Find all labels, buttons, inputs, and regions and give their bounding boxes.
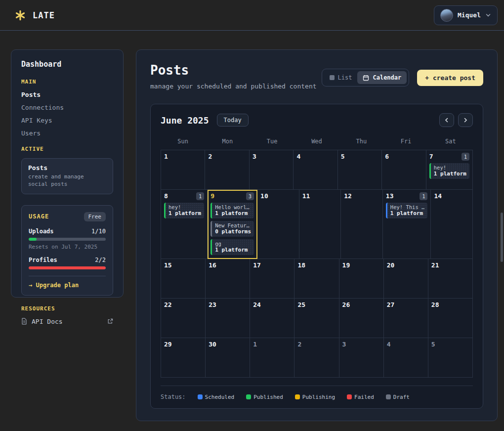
calendar-day-2[interactable]: 2 — [294, 338, 339, 378]
legend-item-label: Failed — [354, 394, 374, 400]
calendar-day-29[interactable]: 29 — [161, 338, 206, 378]
calendar-day-16[interactable]: 16 — [206, 259, 250, 299]
calendar-day-8[interactable]: 81hey!1 platform — [161, 190, 208, 259]
today-button[interactable]: Today — [217, 114, 249, 127]
external-link-icon — [107, 318, 113, 324]
legend-label: Status: — [161, 393, 186, 400]
calendar-day-20[interactable]: 20 — [384, 259, 428, 299]
day-number: 25 — [297, 301, 305, 308]
event-platform-count: 1 platform — [434, 171, 466, 177]
meter-progress-fill — [29, 266, 106, 269]
calendar-day-2[interactable]: 2 — [205, 150, 249, 190]
calendar-day-9[interactable]: 93Hello worl…1 platformNew Featur…0 plat… — [208, 190, 257, 259]
calendar-day-23[interactable]: 23 — [206, 299, 250, 338]
sidebar-item-connections[interactable]: Connections — [21, 104, 113, 111]
document-icon — [21, 318, 27, 325]
event-chip[interactable]: hey!1 platform — [164, 203, 204, 218]
calendar-day-10[interactable]: 10 — [257, 190, 299, 259]
calendar-day-14[interactable]: 14 — [431, 190, 473, 259]
active-section-label: ACTIVE — [21, 146, 113, 152]
calendar-day-12[interactable]: 12 — [341, 190, 383, 259]
calendar-day-30[interactable]: 30 — [206, 338, 250, 378]
chevron-down-icon — [485, 12, 491, 18]
next-month-button[interactable] — [458, 113, 473, 127]
calendar-day-4[interactable]: 4 — [294, 150, 337, 190]
legend-item-label: Publishing — [302, 394, 335, 400]
calendar-day-26[interactable]: 26 — [339, 299, 384, 338]
day-number: 20 — [387, 261, 395, 269]
calendar-day-25[interactable]: 25 — [294, 299, 339, 338]
sidebar-item-users[interactable]: Users — [21, 129, 113, 137]
calendar-day-21[interactable]: 21 — [428, 259, 473, 299]
calendar-day-5[interactable]: 5 — [428, 338, 473, 378]
event-chip[interactable]: gg1 platform — [210, 239, 254, 255]
calendar-day-3[interactable]: 3 — [339, 338, 384, 378]
calendar-day-15[interactable]: 15 — [161, 259, 206, 299]
chevron-right-icon — [462, 117, 468, 123]
legend-item-published: Published — [246, 394, 283, 400]
calendar-day-3[interactable]: 3 — [250, 150, 294, 190]
day-number: 28 — [431, 301, 439, 308]
sidebar: Dashboard MAIN PostsConnectionsAPI KeysU… — [11, 49, 124, 298]
calendar-day-4[interactable]: 4 — [384, 338, 428, 378]
day-number: 2 — [297, 341, 301, 348]
user-menu-button[interactable]: Miquel — [434, 5, 498, 25]
legend-item-label: Draft — [393, 394, 410, 400]
event-platform-count: 1 platform — [215, 247, 251, 253]
event-chip[interactable]: hey!1 platform — [429, 163, 469, 179]
chevron-left-icon — [444, 117, 450, 123]
calendar-day-13[interactable]: 131Hey! This …1 platform — [383, 190, 431, 259]
event-title: hey! — [168, 204, 201, 210]
calendar-day-11[interactable]: 11 — [299, 190, 341, 259]
event-title: New Featur… — [215, 222, 251, 228]
calendar-week-row: 293012345 — [161, 338, 473, 378]
day-number: 3 — [252, 153, 256, 160]
event-chip[interactable]: Hey! This …1 platform — [386, 203, 428, 218]
calendar-day-18[interactable]: 18 — [294, 259, 339, 299]
calendar-day-1[interactable]: 1 — [161, 150, 205, 190]
calendar-day-6[interactable]: 6 — [382, 150, 426, 190]
legend-item-label: Scheduled — [205, 394, 235, 400]
legend-item-draft: Draft — [386, 394, 410, 400]
calendar-day-22[interactable]: 22 — [161, 299, 206, 338]
calendar-day-7[interactable]: 71hey!1 platform — [426, 150, 473, 190]
weekday-header: Sat — [428, 138, 473, 145]
day-number: 18 — [297, 261, 305, 269]
prev-month-button[interactable] — [439, 113, 454, 127]
active-posts-card[interactable]: Posts create and manage social posts — [21, 158, 113, 194]
usage-title: USAGE — [29, 213, 49, 220]
calendar-view-button[interactable]: Calendar — [357, 71, 407, 84]
day-number: 13 — [386, 192, 394, 200]
day-number: 11 — [302, 192, 310, 200]
calendar-week-row: 12345671hey!1 platform — [161, 150, 473, 190]
event-chip[interactable]: New Featur…0 platforms — [210, 221, 254, 237]
calendar-day-27[interactable]: 27 — [384, 299, 428, 338]
brand: LATE — [15, 10, 55, 21]
meter-progress-track — [29, 266, 106, 269]
create-post-button[interactable]: + create post — [417, 70, 483, 86]
calendar-day-19[interactable]: 19 — [339, 259, 384, 299]
calendar-day-1[interactable]: 1 — [250, 338, 294, 378]
status-swatch — [347, 394, 352, 399]
upgrade-plan-link[interactable]: → Upgrade plan — [29, 282, 106, 289]
day-number: 29 — [164, 341, 172, 348]
asterisk-logo-icon — [15, 10, 26, 21]
day-number: 1 — [164, 153, 168, 160]
calendar: June 2025 Today SunMonTueWedThuFri — [150, 104, 483, 409]
sidebar-item-api-keys[interactable]: API Keys — [21, 117, 113, 124]
calendar-day-17[interactable]: 17 — [250, 259, 294, 299]
event-chip[interactable]: Hello worl…1 platform — [210, 203, 254, 218]
day-number: 17 — [253, 261, 261, 269]
scrollbar-thumb[interactable] — [501, 213, 503, 262]
sidebar-item-posts[interactable]: Posts — [21, 91, 113, 98]
api-docs-label: API Docs — [32, 318, 103, 325]
list-view-button[interactable]: List — [324, 71, 358, 84]
brand-name: LATE — [33, 10, 55, 20]
weekday-header: Thu — [339, 138, 383, 145]
calendar-day-28[interactable]: 28 — [428, 299, 473, 338]
calendar-day-5[interactable]: 5 — [338, 150, 382, 190]
calendar-day-24[interactable]: 24 — [250, 299, 294, 338]
calendar-week-row: 81hey!1 platform93Hello worl…1 platformN… — [161, 190, 473, 259]
api-docs-link[interactable]: API Docs — [21, 318, 113, 325]
active-card-description: create and manage social posts — [28, 173, 106, 188]
